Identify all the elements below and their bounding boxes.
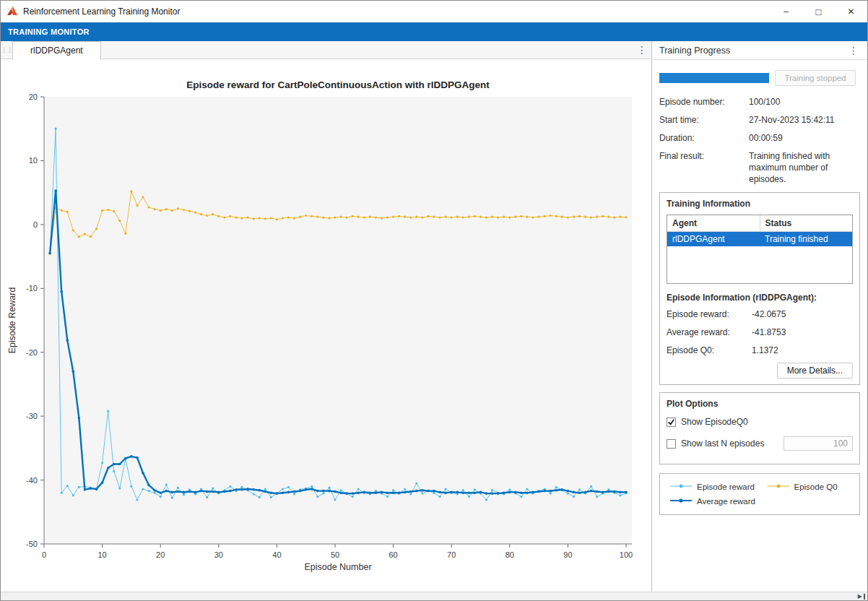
last-n-episodes-input[interactable] xyxy=(784,436,853,451)
svg-text:10: 10 xyxy=(29,156,38,165)
agent-table-row-selected[interactable]: rlDDPGAgent Training finished xyxy=(667,232,852,247)
main-content: ⋮⋮ rlDDPGAgent ⋮ -50-40-30-20-1001020010… xyxy=(1,41,867,592)
svg-text:40: 40 xyxy=(272,550,281,559)
episode-q0-label: Episode Q0: xyxy=(667,345,752,356)
episode-reward-value: -42.0675 xyxy=(752,308,853,320)
training-information-title: Training Information xyxy=(667,199,853,209)
svg-text:Episode reward for CartPoleCon: Episode reward for CartPoleContinuousAct… xyxy=(186,79,490,90)
panel-menu-icon[interactable]: ⋮ xyxy=(847,45,860,56)
progress-fill xyxy=(659,73,769,83)
titlebar: Reinforcement Learning Training Monitor … xyxy=(1,1,867,22)
start-time-row: Start time: 27-Nov-2023 15:42:11 xyxy=(659,114,860,126)
maximize-button[interactable]: □ xyxy=(802,1,835,22)
show-last-n-checkbox[interactable] xyxy=(667,439,676,449)
svg-text:100: 100 xyxy=(620,550,633,559)
episode-reward-label: Episode reward: xyxy=(667,308,752,320)
start-time-label: Start time: xyxy=(659,114,749,126)
panel-header: Training Progress ⋮ xyxy=(652,41,867,60)
svg-text:50: 50 xyxy=(331,550,339,559)
episode-q0-value: 1.1372 xyxy=(752,345,853,356)
agent-table-header-row: Agent Status xyxy=(667,215,852,232)
document-tabbar: ⋮⋮ rlDDPGAgent ⋮ xyxy=(1,41,651,59)
training-information-group: Training Information Agent Status xyxy=(659,192,860,385)
horizontal-scrollbar[interactable]: ▶ xyxy=(1,592,867,600)
svg-text:Episode Number: Episode Number xyxy=(304,562,371,572)
plot-options-group: Plot Options Show EpisodeQ0 Show last N … xyxy=(659,392,860,464)
window-title: Reinforcement Learning Training Monitor xyxy=(23,7,180,17)
final-result-label: Final result: xyxy=(659,150,749,185)
tabbar-spacer xyxy=(101,41,633,59)
document-menu-icon[interactable]: ⋮ xyxy=(633,41,651,59)
legend-label-episode-reward: Episode reward xyxy=(697,483,755,491)
tabstrip-grip-icon: ⋮⋮ xyxy=(1,41,12,59)
episode-reward-row: Episode reward: -42.0675 xyxy=(667,308,853,320)
svg-text:0: 0 xyxy=(42,550,46,559)
training-stopped-button[interactable]: Training stopped xyxy=(775,70,856,86)
agent-status-table: Agent Status rlDDPGAgent Training finish… xyxy=(667,215,853,284)
duration-label: Duration: xyxy=(659,132,749,144)
more-details-row: More Details... xyxy=(667,363,853,379)
close-button[interactable]: ✕ xyxy=(835,1,867,22)
scroll-right-icon[interactable]: ▶ xyxy=(858,594,862,600)
svg-text:-50: -50 xyxy=(26,540,38,548)
duration-value: 00:00:59 xyxy=(749,132,860,144)
episode-information-title: Episode Information (rlDDPGAgent): xyxy=(667,293,853,303)
legend-item-average-reward: Average reward xyxy=(670,497,765,506)
svg-text:-30: -30 xyxy=(26,412,38,420)
agent-cell: rlDDPGAgent xyxy=(667,232,760,247)
panel-body: Training stopped Episode number: 100/100… xyxy=(652,60,867,592)
minimize-icon: – xyxy=(784,7,789,17)
svg-text:20: 20 xyxy=(29,92,38,101)
legend-item-episode-reward: Episode reward xyxy=(670,483,765,491)
progress-row: Training stopped xyxy=(659,70,860,86)
toolstrip-tab-training-monitor[interactable]: TRAINING MONITOR xyxy=(1,22,867,41)
status-column-header: Status xyxy=(760,215,852,232)
training-reward-chart: -50-40-30-20-100102001020304050607080901… xyxy=(1,59,651,592)
training-progress-bar xyxy=(659,73,769,83)
average-reward-label: Average reward: xyxy=(667,327,752,338)
duration-row: Duration: 00:00:59 xyxy=(659,132,860,144)
average-reward-line-icon xyxy=(670,497,692,506)
show-last-n-row: Show last N episodes xyxy=(667,436,853,451)
svg-text:Episode Reward: Episode Reward xyxy=(7,287,17,354)
svg-text:30: 30 xyxy=(214,550,223,559)
legend-label-episode-q0: Episode Q0 xyxy=(794,483,838,491)
average-reward-value: -41.8753 xyxy=(752,327,853,338)
scroll-end-bar xyxy=(864,594,865,600)
svg-text:60: 60 xyxy=(389,550,397,559)
maximize-icon: □ xyxy=(816,7,822,17)
episode-number-value: 100/100 xyxy=(749,96,860,108)
matlab-logo-icon xyxy=(6,6,18,17)
episode-q0-row: Episode Q0: 1.1372 xyxy=(667,345,853,356)
svg-text:-40: -40 xyxy=(26,476,38,485)
episode-number-row: Episode number: 100/100 xyxy=(659,96,860,108)
document-pane: ⋮⋮ rlDDPGAgent ⋮ -50-40-30-20-1001020010… xyxy=(1,41,652,592)
svg-text:20: 20 xyxy=(156,550,165,559)
show-last-n-label: Show last N episodes xyxy=(681,438,764,449)
svg-text:-10: -10 xyxy=(26,284,38,293)
close-icon: ✕ xyxy=(847,7,854,17)
final-result-value: Training finished with maximum number of… xyxy=(749,150,860,185)
legend-label-average-reward: Average reward xyxy=(697,497,755,506)
svg-text:-20: -20 xyxy=(26,348,38,357)
svg-text:10: 10 xyxy=(97,550,106,559)
plot-options-title: Plot Options xyxy=(667,399,853,409)
episode-number-label: Episode number: xyxy=(659,96,749,108)
show-episodeq0-checkbox[interactable] xyxy=(667,418,676,427)
chart-legend: Episode reward Episode Q0 Average reward xyxy=(659,473,860,515)
show-episodeq0-label: Show EpisodeQ0 xyxy=(681,417,748,427)
episode-q0-line-icon xyxy=(768,483,789,491)
check-icon xyxy=(667,418,675,426)
svg-text:80: 80 xyxy=(505,550,514,559)
legend-item-episode-q0: Episode Q0 xyxy=(768,483,849,491)
episode-reward-line-icon xyxy=(670,483,692,491)
chart-document: -50-40-30-20-100102001020304050607080901… xyxy=(1,59,651,592)
more-details-button[interactable]: More Details... xyxy=(777,363,853,379)
svg-text:0: 0 xyxy=(33,220,38,229)
tab-label: rlDDPGAgent xyxy=(30,46,83,56)
agent-column-header: Agent xyxy=(667,215,760,232)
svg-text:70: 70 xyxy=(447,550,456,559)
minimize-button[interactable]: – xyxy=(770,1,802,22)
tab-rlddpgagent[interactable]: rlDDPGAgent xyxy=(12,41,101,59)
toolstrip-tab-label: TRAINING MONITOR xyxy=(8,27,90,36)
